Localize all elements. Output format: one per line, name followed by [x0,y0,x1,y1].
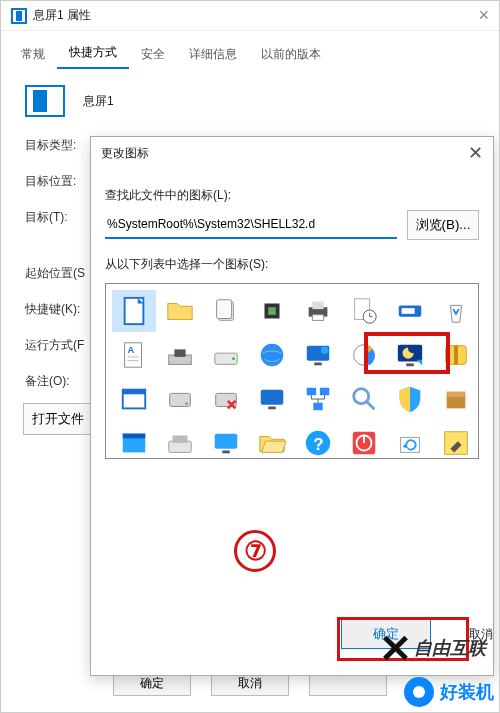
svg-rect-12 [402,308,415,314]
icon-path-input[interactable] [105,211,397,239]
icon-window[interactable] [112,378,156,420]
label-comment: 备注(O): [25,373,91,390]
svg-rect-43 [447,395,466,408]
svg-rect-49 [215,434,238,449]
svg-rect-40 [313,403,322,411]
svg-rect-50 [222,451,230,454]
svg-rect-27 [406,363,414,366]
svg-rect-8 [312,315,323,321]
label-target-type: 目标类型: [25,137,91,154]
icon-moon-monitor[interactable] [388,334,432,376]
shortcut-header: 息屏1 [1,69,499,125]
shortcut-name: 息屏1 [83,93,114,110]
icon-monitor-net[interactable] [296,334,340,376]
label-target: 目标(T): [25,209,91,226]
tab-shortcut[interactable]: 快捷方式 [57,38,129,69]
icon-drive2[interactable] [158,422,202,459]
svg-point-20 [232,357,235,360]
svg-rect-30 [454,346,458,365]
svg-rect-23 [314,363,322,366]
svg-rect-32 [123,390,146,395]
icon-monitor2[interactable] [204,422,248,459]
shortcut-icon [25,85,65,117]
watermark-brand1: 自由互联 [382,635,486,661]
icon-box[interactable] [434,378,478,420]
tabs: 常规 快捷方式 安全 详细信息 以前的版本 [1,37,499,69]
icon-shield[interactable] [388,378,432,420]
properties-titlebar: 息屏1 属性 × [1,1,499,31]
open-file-button[interactable]: 打开文件 [23,403,93,435]
dialog-titlebar: 更改图标 ✕ [91,137,493,169]
icon-chip[interactable] [250,290,294,332]
tab-general[interactable]: 常规 [9,40,57,69]
app-icon [11,8,27,24]
step-badge: ⑦ [234,530,276,572]
find-icons-label: 查找此文件中的图标(L): [105,187,479,204]
svg-rect-39 [320,388,329,396]
change-icon-dialog: 更改图标 ✕ 查找此文件中的图标(L): 浏览(B)... 从以下列表中选择一个… [90,136,494,676]
svg-rect-18 [174,349,185,357]
circle-logo-icon [404,677,434,707]
svg-rect-38 [307,388,316,396]
svg-marker-28 [417,360,423,366]
svg-point-41 [354,389,369,404]
label-run-mode: 运行方式(F [25,337,91,354]
icon-help[interactable]: ? [296,422,340,459]
svg-line-42 [367,402,375,410]
icon-globe[interactable] [250,334,294,376]
label-start-in: 起始位置(S [25,265,91,282]
svg-point-34 [185,402,188,405]
svg-rect-37 [268,407,276,410]
icon-hdd[interactable] [158,378,202,420]
icon-text-doc[interactable]: A [112,334,156,376]
x-logo-icon [382,635,408,661]
icon-zip[interactable] [434,334,478,376]
svg-text:?: ? [313,435,323,454]
icon-refresh[interactable] [388,422,432,459]
icon-folder-open[interactable] [250,422,294,459]
close-icon[interactable]: × [478,5,489,26]
label-target-loc: 目标位置: [25,173,91,190]
icon-folder[interactable] [158,290,202,332]
icon-grid[interactable]: A [105,283,479,459]
svg-point-21 [261,344,284,367]
icon-disk[interactable] [158,334,202,376]
icon-tool[interactable] [434,422,478,459]
icon-page-stack[interactable] [204,290,248,332]
icon-printer[interactable] [296,290,340,332]
label-hotkey: 快捷键(K): [25,301,91,318]
browse-button[interactable]: 浏览(B)... [407,210,479,240]
select-icon-label: 从以下列表中选择一个图标(S): [105,256,479,273]
watermark-brand2: 好装机 [404,677,494,707]
icon-drive[interactable] [204,334,248,376]
svg-rect-7 [312,302,323,310]
icon-run[interactable] [388,290,432,332]
icon-search[interactable] [342,378,386,420]
properties-title: 息屏1 属性 [33,7,91,24]
tab-details[interactable]: 详细信息 [177,40,249,69]
icon-clock-doc[interactable] [342,290,386,332]
svg-text:A: A [127,345,134,355]
svg-rect-46 [123,434,146,439]
dialog-close-icon[interactable]: ✕ [468,142,483,164]
watermark-brand2-text: 好装机 [440,680,494,704]
watermark-brand1-text: 自由互联 [414,636,486,660]
icon-power[interactable] [342,422,386,459]
dialog-title: 更改图标 [101,145,149,162]
icon-window2[interactable] [112,422,156,459]
svg-point-24 [321,347,329,355]
icon-doc-blank[interactable] [112,290,156,332]
svg-rect-5 [268,307,276,315]
tab-security[interactable]: 安全 [129,40,177,69]
svg-rect-3 [217,300,232,319]
icon-network[interactable] [296,378,340,420]
svg-rect-44 [447,392,466,398]
icon-chart[interactable] [342,334,386,376]
icon-hdd-x[interactable] [204,378,248,420]
svg-rect-36 [261,390,284,405]
icon-monitor[interactable] [250,378,294,420]
svg-rect-48 [173,436,188,444]
icon-recycle[interactable] [434,290,478,332]
tab-previous[interactable]: 以前的版本 [249,40,333,69]
